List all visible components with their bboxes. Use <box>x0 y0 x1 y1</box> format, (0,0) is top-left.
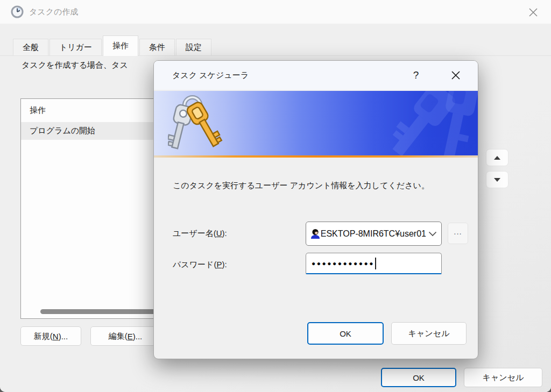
help-button[interactable]: ? <box>408 67 424 83</box>
credentials-dialog: タスク スケジューラ ? <box>153 60 478 359</box>
new-action-button[interactable]: 新規(N)... <box>20 326 81 346</box>
main-titlebar: タスクの作成 <box>0 0 551 24</box>
username-value[interactable]: DESKTOP-8MIR6TC¥user01 <box>321 229 426 239</box>
main-close-button[interactable] <box>525 4 541 20</box>
close-icon <box>449 69 462 82</box>
edit-button-label: 編集( <box>109 331 128 341</box>
up-arrow-icon <box>494 156 500 160</box>
password-label-suffix: ): <box>222 260 227 269</box>
keys-icon <box>168 93 227 154</box>
close-icon <box>527 6 539 18</box>
modal-ok-button[interactable]: OK <box>307 322 384 345</box>
text-caret <box>375 258 376 269</box>
modal-cancel-button[interactable]: キャンセル <box>391 322 467 345</box>
down-arrow-icon <box>494 178 500 182</box>
tab-triggers[interactable]: トリガー <box>50 39 102 56</box>
clock-icon <box>11 5 24 18</box>
tab-strip: 全般 トリガー 操作 条件 設定 <box>13 35 213 56</box>
security-banner <box>154 91 478 155</box>
modal-titlebar: タスク スケジューラ ? <box>154 61 478 90</box>
credentials-instruction: このタスクを実行するユーザー アカウント情報を入力してください。 <box>173 176 466 195</box>
password-accesskey: P <box>216 260 222 269</box>
banner-orange-rule <box>154 155 478 158</box>
password-label: パスワード(P): <box>173 260 227 270</box>
tab-conditions[interactable]: 条件 <box>139 39 175 56</box>
new-button-accesskey: N <box>53 332 59 341</box>
username-label-text: ユーザー名( <box>173 229 216 238</box>
edit-action-button[interactable]: 編集(E)... <box>90 326 160 346</box>
edit-button-accesskey: E <box>128 332 133 341</box>
new-button-label: 新規( <box>34 331 53 341</box>
edit-button-suffix: )... <box>133 332 143 341</box>
tab-settings[interactable]: 設定 <box>176 39 211 56</box>
password-masked-value: ●●●●●●●●●●●● <box>312 260 375 267</box>
move-down-button[interactable] <box>486 171 508 188</box>
tab-divider <box>0 55 551 56</box>
modal-title: タスク スケジューラ <box>172 70 408 81</box>
user-icon <box>309 228 321 240</box>
username-label: ユーザー名(U): <box>173 229 227 239</box>
chevron-down-icon[interactable] <box>428 231 437 237</box>
browse-users-button[interactable]: ... <box>448 223 468 244</box>
username-combobox[interactable]: DESKTOP-8MIR6TC¥user01 <box>306 222 442 246</box>
username-accesskey: U <box>216 229 222 238</box>
tab-general[interactable]: 全般 <box>13 39 48 56</box>
move-up-button[interactable] <box>486 149 508 166</box>
username-label-suffix: ): <box>222 229 227 238</box>
password-input[interactable]: ●●●●●●●●●●●● <box>306 253 442 274</box>
modal-close-button[interactable] <box>447 66 465 84</box>
window-title: タスクの作成 <box>29 7 78 17</box>
keys-watermark-icon <box>354 91 478 155</box>
main-ok-button[interactable]: OK <box>381 368 456 387</box>
main-cancel-button[interactable]: キャンセル <box>464 368 542 387</box>
tab-actions[interactable]: 操作 <box>103 35 138 56</box>
new-button-suffix: )... <box>59 332 68 341</box>
actions-instruction: タスクを作成する場合、タス <box>22 60 128 70</box>
password-label-text: パスワード( <box>173 260 216 269</box>
